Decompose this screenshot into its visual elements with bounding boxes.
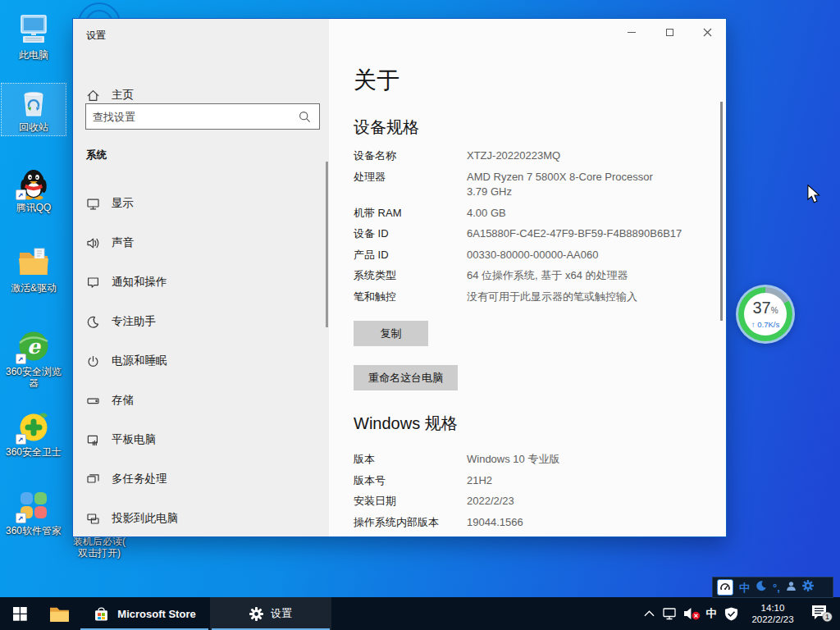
sidebar-item-label: 存储 bbox=[112, 393, 134, 408]
taskbar: Microsoft Store 设置 bbox=[0, 597, 840, 630]
sidebar-item-label: 投影到此电脑 bbox=[112, 511, 178, 526]
ime-punctuation-toggle[interactable]: °, bbox=[773, 582, 780, 593]
desktop-screen: 此电脑 回收站 bbox=[0, 0, 840, 630]
360-speed-ball-widget[interactable]: 37% ↑ 0.7K/s bbox=[736, 285, 795, 344]
spec-label: 笔和触控 bbox=[354, 290, 467, 305]
tray-chevron-up-icon[interactable] bbox=[638, 597, 660, 630]
minimize-icon bbox=[628, 32, 636, 33]
ime-logo-icon[interactable] bbox=[717, 579, 733, 596]
window-caption-buttons bbox=[613, 19, 726, 45]
desktop-icon-label: 回收站 bbox=[2, 121, 66, 133]
spec-label: 产品 ID bbox=[354, 248, 467, 263]
processor-line1: AMD Ryzen 7 5800X 8-Core Processor bbox=[467, 170, 653, 185]
ime-user-icon[interactable] bbox=[786, 580, 797, 595]
spec-value: 没有可用于此显示器的笔或触控输入 bbox=[467, 290, 637, 305]
spec-label: 版本号 bbox=[354, 473, 467, 489]
taskbar-settings-button[interactable]: 设置 bbox=[210, 597, 331, 630]
shortcut-arrow-icon bbox=[16, 513, 26, 523]
desktop-icon-this-pc[interactable]: 此电脑 bbox=[2, 11, 66, 61]
copy-button[interactable]: 复制 bbox=[354, 321, 428, 346]
spec-row-pen-touch: 笔和触控 没有可用于此显示器的笔或触控输入 bbox=[354, 290, 724, 305]
close-button[interactable] bbox=[688, 19, 726, 45]
spec-label: 系统类型 bbox=[354, 268, 467, 284]
device-spec-rows: 设备名称 XTZJ-20220223MQ 处理器 AMD Ryzen 7 580… bbox=[354, 148, 724, 310]
spec-row-processor: 处理器 AMD Ryzen 7 5800X 8-Core Processor 3… bbox=[354, 170, 724, 200]
this-pc-icon bbox=[16, 11, 52, 48]
action-center-button[interactable]: 1 bbox=[804, 597, 840, 630]
multitask-icon bbox=[86, 472, 100, 486]
recycle-bin-icon bbox=[16, 84, 52, 120]
maximize-button[interactable] bbox=[651, 19, 688, 45]
spec-row-os-build: 操作系统内部版本 19044.1566 bbox=[354, 515, 724, 531]
tray-time: 14:10 bbox=[742, 602, 804, 614]
spec-label: 处理器 bbox=[354, 170, 467, 200]
sidebar-item-label: 多任务处理 bbox=[112, 472, 167, 486]
ime-moon-icon[interactable] bbox=[756, 580, 767, 595]
speed-value: 0.7K/s bbox=[757, 320, 779, 329]
desktop-icon-readme-label[interactable]: 装机后必读( 双击打开) bbox=[69, 536, 130, 559]
tray-network-icon[interactable] bbox=[660, 597, 681, 630]
desktop-icon-360-browser[interactable]: e 360安全浏览器 bbox=[2, 328, 66, 389]
spec-label: 设备 ID bbox=[354, 226, 467, 242]
search-icon[interactable] bbox=[299, 111, 311, 123]
ime-settings-gear-icon[interactable] bbox=[802, 580, 814, 595]
sidebar-item-label: 显示 bbox=[112, 196, 134, 211]
tray-volume-muted-icon[interactable] bbox=[681, 597, 702, 630]
settings-window: 设置 主页 系统 bbox=[72, 18, 727, 537]
ime-chinese-toggle[interactable]: 中 bbox=[739, 582, 750, 593]
sidebar-scrollbar[interactable] bbox=[326, 162, 328, 327]
desktop-icon-360-safeguard[interactable]: 360安全卫士 bbox=[2, 409, 66, 458]
rename-pc-button[interactable]: 重命名这台电脑 bbox=[354, 365, 458, 390]
ime-status-bar: 中 °, bbox=[712, 577, 833, 598]
sidebar-section-system: 系统 bbox=[86, 148, 107, 162]
home-label: 主页 bbox=[112, 88, 134, 103]
spec-value: 6A15880F-C4E2-47F9-BF59-F4B8890B6B17 bbox=[467, 226, 682, 242]
mouse-cursor bbox=[807, 185, 820, 207]
start-button[interactable] bbox=[0, 597, 39, 630]
desktop-icon-tencent-qq[interactable]: 腾讯QQ bbox=[2, 164, 66, 213]
notification-count-badge: 1 bbox=[825, 613, 829, 621]
close-icon bbox=[703, 28, 712, 37]
shortcut-arrow-icon bbox=[16, 354, 26, 364]
spec-row-device-id: 设备 ID 6A15880F-C4E2-47F9-BF59-F4B8890B6B… bbox=[354, 226, 724, 242]
maximize-icon bbox=[666, 29, 673, 36]
file-explorer-button[interactable] bbox=[39, 597, 79, 630]
upload-speed: ↑ 0.7K/s bbox=[751, 320, 779, 329]
home-icon bbox=[86, 89, 100, 103]
desktop-icon-recycle-bin[interactable]: 回收站 bbox=[2, 84, 66, 135]
moon-icon bbox=[86, 315, 100, 329]
sidebar-item-label: 专注助手 bbox=[112, 314, 156, 329]
memory-percent: 37% bbox=[752, 299, 778, 319]
windows-logo-icon bbox=[13, 607, 27, 621]
windows-spec-heading: Windows 规格 bbox=[354, 413, 458, 435]
tray-ime-indicator[interactable]: 中 bbox=[702, 606, 720, 621]
spec-label: 版本 bbox=[354, 452, 467, 468]
taskbar-microsoft-store-button[interactable]: Microsoft Store bbox=[79, 597, 210, 630]
folder-icon bbox=[16, 244, 52, 281]
desktop-icon-label: 360安全卫士 bbox=[2, 446, 66, 458]
spec-label: 设备名称 bbox=[354, 148, 467, 164]
settings-gear-icon bbox=[249, 607, 263, 621]
sidebar-item-label: 声音 bbox=[112, 235, 134, 250]
settings-search-input[interactable] bbox=[86, 104, 299, 129]
windows-spec-rows: 版本 Windows 10 专业版 版本号 21H2 安装日期 2022/2/2… bbox=[354, 452, 724, 537]
tablet-icon bbox=[86, 433, 100, 447]
file-explorer-icon bbox=[49, 605, 70, 623]
desktop-icon-drivers-folder[interactable]: 激活&驱动 bbox=[2, 244, 66, 294]
tray-defender-shield-icon[interactable] bbox=[720, 597, 742, 630]
content-scrollbar[interactable] bbox=[720, 102, 723, 321]
minimize-button[interactable] bbox=[613, 19, 651, 45]
qq-penguin-icon bbox=[16, 164, 52, 200]
desktop-icon-360-software-manager[interactable]: 360软件管家 bbox=[2, 487, 66, 536]
shortcut-arrow-icon bbox=[16, 434, 26, 445]
readme-line2: 双击打开) bbox=[69, 547, 130, 559]
sidebar-item-label: 平板电脑 bbox=[112, 432, 156, 447]
spec-row-experience: 体验 bbox=[354, 536, 724, 537]
spec-value: Windows 10 专业版 bbox=[467, 452, 559, 468]
spec-value: 2022/2/23 bbox=[467, 494, 514, 509]
spec-label: 操作系统内部版本 bbox=[354, 515, 467, 531]
spec-value: 64 位操作系统, 基于 x64 的处理器 bbox=[467, 268, 628, 284]
sidebar-item-home[interactable]: 主页 bbox=[86, 88, 134, 103]
window-title: 设置 bbox=[86, 29, 106, 43]
tray-clock[interactable]: 14:10 2022/2/23 bbox=[742, 602, 804, 625]
